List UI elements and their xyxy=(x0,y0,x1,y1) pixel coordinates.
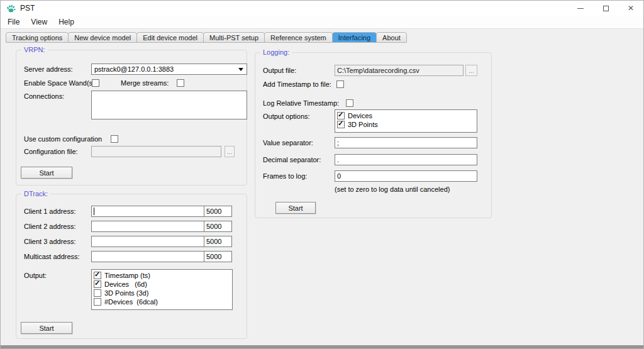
multicast-address-label: Multicast address: xyxy=(24,253,80,260)
tab-about[interactable]: About xyxy=(376,32,407,43)
close-button[interactable]: ✕ xyxy=(618,1,643,16)
list-item: 3D Points (3d) xyxy=(94,289,231,297)
logging-devices-checkbox[interactable] xyxy=(337,112,345,119)
close-icon: ✕ xyxy=(628,4,634,12)
logging-group-title: Logging: xyxy=(260,48,292,56)
frames-to-log-label: Frames to log: xyxy=(263,172,307,180)
multicast-port-input[interactable] xyxy=(204,251,232,262)
menu-file[interactable]: File xyxy=(2,16,25,28)
output-options-label: Output options: xyxy=(263,113,310,120)
window-title: PST xyxy=(20,4,35,13)
tab-new-device-model[interactable]: New device model xyxy=(68,32,137,43)
configuration-file-browse-button[interactable]: ... xyxy=(225,146,235,157)
tab-bar: Tracking options New device model Edit d… xyxy=(6,32,406,43)
minimize-icon xyxy=(577,8,584,9)
add-timestamp-label: Add Timestamp to file: xyxy=(263,80,331,88)
text-caret xyxy=(94,208,94,215)
list-item: Devices xyxy=(337,111,476,119)
dtrack-start-button[interactable]: Start xyxy=(21,322,72,334)
decimal-separator-input[interactable] xyxy=(335,154,477,165)
list-item: #Devices (6dcal) xyxy=(94,297,231,306)
client2-address-input[interactable] xyxy=(91,221,208,232)
logging-3dpoints-checkbox[interactable] xyxy=(337,121,345,128)
logging-group: Logging: Output file: ... Add Timestamp … xyxy=(255,52,492,218)
client1-address-input[interactable] xyxy=(91,206,208,217)
tab-multi-pst-setup[interactable]: Multi-PST setup xyxy=(203,32,265,43)
decimal-separator-label: Decimal separator: xyxy=(263,156,321,163)
configuration-file-label: Configuration file: xyxy=(24,148,78,155)
output-item-label: Devices (6d) xyxy=(104,280,147,288)
tab-interfacing[interactable]: Interfacing xyxy=(332,32,377,43)
client3-port-input[interactable] xyxy=(204,236,232,247)
window-bottom-edge xyxy=(1,345,643,348)
dtrack-group: DTrack: Client 1 address: Client 2 addre… xyxy=(16,194,247,339)
output-file-browse-button[interactable]: ... xyxy=(465,65,477,76)
dtrack-output-label: Output: xyxy=(24,272,47,279)
server-address-value: pstrack0@127.0.0.1:3883 xyxy=(94,65,174,73)
list-item: Timestamp (ts) xyxy=(94,271,231,279)
connections-label: Connections: xyxy=(24,92,64,100)
client3-address-label: Client 3 address: xyxy=(24,238,76,245)
log-relative-timestamp-label: Log Relative Timestamp: xyxy=(263,99,339,107)
merge-streams-label: Merge streams: xyxy=(121,79,169,87)
output-file-input xyxy=(335,65,464,76)
menu-help[interactable]: Help xyxy=(53,16,80,28)
value-separator-label: Value separator: xyxy=(263,139,313,147)
vrpn-start-button[interactable]: Start xyxy=(21,167,72,179)
tab-tracking-options[interactable]: Tracking options xyxy=(6,32,69,43)
server-address-label: Server address: xyxy=(24,65,73,73)
output-devices-checkbox[interactable] xyxy=(94,280,101,288)
output-item-label: 3D Points (3d) xyxy=(104,289,148,297)
multicast-address-input[interactable] xyxy=(91,251,208,262)
app-window: PST ✕ File View Help Tracking options Ne… xyxy=(0,0,644,349)
dtrack-group-title: DTrack: xyxy=(21,190,50,197)
output-timestamp-checkbox[interactable] xyxy=(94,272,101,279)
vrpn-group: VRPN: Server address: pstrack0@127.0.0.1… xyxy=(16,50,247,186)
maximize-icon xyxy=(603,6,609,11)
configuration-file-input xyxy=(91,146,221,157)
use-custom-configuration-label: Use custom configuration xyxy=(24,135,102,143)
menu-bar: File View Help xyxy=(1,16,643,29)
output-item-label: Timestamp (ts) xyxy=(104,272,150,279)
tab-reference-system[interactable]: Reference system xyxy=(264,32,333,43)
client1-address-label: Client 1 address: xyxy=(24,208,76,215)
output-option-label: 3D Points xyxy=(348,121,378,128)
log-relative-timestamp-checkbox[interactable] xyxy=(346,99,353,107)
combobox-dropdown-button[interactable] xyxy=(236,65,246,74)
maximize-button[interactable] xyxy=(593,1,618,16)
enable-space-wands-checkbox[interactable] xyxy=(92,79,99,87)
output-numdevices-checkbox[interactable] xyxy=(94,298,101,306)
output-file-label: Output file: xyxy=(263,67,296,74)
tab-edit-device-model[interactable]: Edit device model xyxy=(136,32,204,43)
menu-view[interactable]: View xyxy=(25,16,53,28)
minimize-button[interactable] xyxy=(568,1,593,16)
window-controls: ✕ xyxy=(568,1,643,16)
app-icon xyxy=(6,4,16,13)
frames-to-log-hint: (set to zero to log data until canceled) xyxy=(335,186,450,193)
title-bar: PST ✕ xyxy=(1,1,643,16)
use-custom-configuration-checkbox[interactable] xyxy=(111,135,118,143)
output-option-label: Devices xyxy=(348,112,372,119)
add-timestamp-checkbox[interactable] xyxy=(336,80,344,88)
output-3dpoints-checkbox[interactable] xyxy=(94,289,101,297)
logging-start-button[interactable]: Start xyxy=(275,202,316,214)
client1-port-input[interactable] xyxy=(204,206,232,217)
output-item-label: #Devices (6dcal) xyxy=(104,298,158,306)
client2-port-input[interactable] xyxy=(204,221,232,232)
server-address-combobox[interactable]: pstrack0@127.0.0.1:3883 xyxy=(91,64,247,75)
connections-textarea[interactable] xyxy=(91,91,247,119)
merge-streams-checkbox[interactable] xyxy=(177,79,184,87)
value-separator-input[interactable] xyxy=(335,137,477,148)
frames-to-log-input[interactable] xyxy=(335,170,477,182)
client2-address-label: Client 2 address: xyxy=(24,223,76,230)
list-item: 3D Points xyxy=(337,120,476,128)
list-item: Devices (6d) xyxy=(94,280,231,288)
vrpn-group-title: VRPN: xyxy=(21,46,48,53)
logging-output-options-listbox[interactable]: Devices 3D Points xyxy=(335,109,477,133)
chevron-down-icon xyxy=(238,68,243,71)
dtrack-output-listbox[interactable]: Timestamp (ts) Devices (6d) 3D Points (3… xyxy=(91,269,233,310)
client3-address-input[interactable] xyxy=(91,236,208,247)
enable-space-wands-label: Enable Space Wand(s): xyxy=(24,79,97,87)
